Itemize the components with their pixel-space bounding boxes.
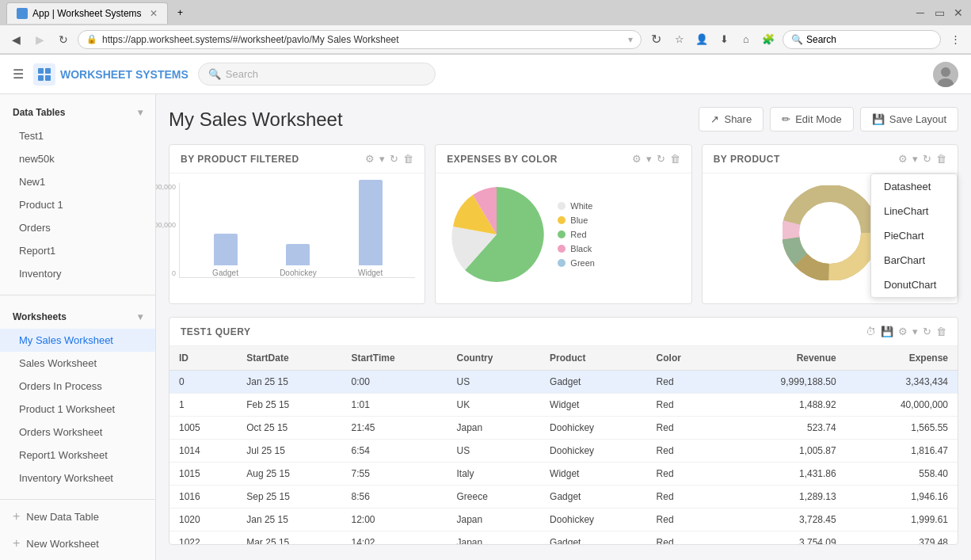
url-dropdown-icon[interactable]: ▾	[628, 34, 633, 45]
sidebar-item-new1[interactable]: New1	[0, 170, 155, 193]
sidebar-item-test1[interactable]: Test1	[0, 124, 155, 147]
back-button[interactable]: ◀	[6, 30, 25, 49]
dropdown-item-donutchart[interactable]: DonutChart	[871, 272, 957, 297]
reload-button[interactable]: ↻	[54, 30, 73, 49]
legend-dot-green	[558, 259, 565, 267]
chart1-header: BY PRODUCT FILTERED ⚙ ▾ ↻ 🗑	[169, 145, 425, 173]
table-row[interactable]: 1016Sep 25 158:56GreeceGadgetRed1,289.13…	[169, 486, 958, 509]
table-row[interactable]: 1015Aug 25 157:55ItalyWidgetRed1,431.865…	[169, 463, 958, 486]
chart1-delete-icon[interactable]: 🗑	[403, 153, 413, 165]
sidebar-item-orders[interactable]: Orders	[0, 216, 155, 239]
table-row[interactable]: 1014Jul 25 156:54USDoohickeyRed1,005.871…	[169, 440, 958, 463]
sidebar-item-product1[interactable]: Product 1	[0, 193, 155, 216]
menu-icon[interactable]: ⋮	[946, 30, 965, 49]
chart1-settings-icon[interactable]: ⚙	[365, 153, 375, 165]
new-worksheet-button[interactable]: + New Worksheet	[0, 530, 155, 557]
table-row[interactable]: 0Jan 25 150:00USGadgetRed9,999,188.503,3…	[169, 371, 958, 394]
dropdown-item-linechart[interactable]: LineChart	[871, 199, 957, 223]
col-starttime: StartTime	[341, 346, 447, 371]
chevron-down-icon: ▾	[138, 107, 143, 118]
sidebar-item-report1[interactable]: Report1	[0, 239, 155, 262]
sidebar-item-new50k[interactable]: new50k	[0, 147, 155, 170]
save-layout-button[interactable]: 💾 Save Layout	[860, 107, 958, 131]
legend-item-white: White	[558, 201, 595, 211]
sidebar-item-sales-worksheet[interactable]: Sales Worksheet	[0, 352, 155, 375]
tab-favicon	[17, 8, 28, 19]
edit-mode-button[interactable]: ✏ Edit Mode	[770, 107, 854, 131]
maximize-button[interactable]: ▭	[933, 6, 946, 19]
dropdown-item-datasheet[interactable]: Datasheet	[871, 174, 957, 199]
sidebar-item-inventory[interactable]: Inventory	[0, 262, 155, 285]
chart-card-by-product-filtered: BY PRODUCT FILTERED ⚙ ▾ ↻ 🗑 40,000,000	[169, 144, 425, 304]
bar-widget: Widget	[358, 180, 383, 277]
dropdown-item-barchart[interactable]: BarChart	[871, 248, 957, 272]
browser-search-bar[interactable]: 🔍 Search	[783, 30, 941, 49]
table-refresh-icon[interactable]: ↻	[923, 326, 931, 337]
dropdown-item-piechart[interactable]: PieChart	[871, 223, 957, 248]
minimize-button[interactable]: ─	[914, 6, 927, 19]
table-save-icon[interactable]: 💾	[881, 326, 893, 337]
sidebar-section-title-data-tables[interactable]: Data Tables ▾	[0, 101, 155, 124]
extension-icon[interactable]: 🧩	[759, 30, 778, 49]
chart3-refresh-icon[interactable]: ↻	[923, 153, 931, 165]
tab-close-icon[interactable]: ✕	[150, 8, 158, 19]
svg-rect-2	[45, 68, 51, 74]
sidebar-item-report1-worksheet[interactable]: Report1 Worksheet	[0, 444, 155, 467]
account-icon[interactable]: 👤	[692, 30, 711, 49]
table-settings-icon[interactable]: ⚙	[898, 326, 908, 337]
chart2-refresh-icon[interactable]: ↻	[657, 153, 665, 165]
share-button[interactable]: ↗ Share	[699, 107, 763, 131]
table-expand-icon[interactable]: ▾	[912, 326, 918, 337]
chart2-settings-icon[interactable]: ⚙	[632, 153, 642, 165]
refresh-button[interactable]: ↻	[646, 30, 665, 49]
svg-rect-4	[45, 75, 51, 81]
sidebar-section-title-worksheets[interactable]: Worksheets ▾	[0, 305, 155, 329]
table-delete-icon[interactable]: 🗑	[936, 326, 946, 337]
sidebar-item-product1-worksheet[interactable]: Product 1 Worksheet	[0, 398, 155, 421]
avatar[interactable]	[933, 62, 958, 87]
col-color: Color	[647, 346, 721, 371]
search-icon: 🔍	[791, 34, 803, 45]
col-expense: Expense	[846, 346, 958, 371]
table-row[interactable]: 1005Oct 25 1521:45JapanDoohickeyRed523.7…	[169, 417, 958, 440]
sidebar-section-data-tables: Data Tables ▾ Test1 new50k New1 Product …	[0, 94, 155, 291]
chart2-delete-icon[interactable]: 🗑	[670, 153, 680, 165]
table-scroll-container[interactable]: ID StartDate StartTime Country Product C…	[169, 346, 958, 544]
home-icon[interactable]: ⌂	[737, 30, 756, 49]
forward-button[interactable]: ▶	[30, 30, 49, 49]
svg-rect-0	[18, 10, 26, 17]
bar-doohickey: Doohickey	[280, 244, 317, 277]
import-data-button[interactable]: + Import Data	[0, 557, 155, 560]
chart3-expand-icon[interactable]: ▾	[912, 153, 918, 165]
table-clock-icon[interactable]: ⏱	[866, 326, 876, 337]
sidebar-item-my-sales-worksheet[interactable]: My Sales Worksheet	[0, 329, 155, 352]
sidebar-item-orders-worksheet[interactable]: Orders Worksheet	[0, 421, 155, 444]
new-tab-button[interactable]: +	[171, 3, 190, 22]
table-row[interactable]: 1022Mar 25 1514:02JapanGadgetRed3,754.09…	[169, 531, 958, 545]
browser-tab[interactable]: App | Worksheet Systems ✕	[6, 2, 168, 24]
edit-icon: ✏	[782, 113, 790, 125]
browser-toolbar-icons: ☆ 👤 ⬇ ⌂ 🧩	[670, 30, 778, 49]
sidebar-item-orders-in-process[interactable]: Orders In Process	[0, 375, 155, 398]
table-row[interactable]: 1020Jan 25 1512:00JapanDoohickeyRed3,728…	[169, 509, 958, 531]
bookmark-icon[interactable]: ☆	[670, 30, 689, 49]
address-bar: ◀ ▶ ↻ 🔒 https://app.worksheet.systems/#/…	[0, 25, 971, 54]
browser-search-text: Search	[806, 34, 836, 45]
sidebar-item-inventory-worksheet[interactable]: Inventory Worksheet	[0, 467, 155, 490]
chart2-title: EXPENSES BY COLOR	[447, 154, 558, 165]
svg-point-6	[941, 67, 950, 77]
url-bar[interactable]: 🔒 https://app.worksheet.systems/#/worksh…	[78, 30, 642, 49]
plus-icon: +	[13, 536, 20, 550]
download-icon[interactable]: ⬇	[714, 30, 733, 49]
chart1-refresh-icon[interactable]: ↻	[390, 153, 398, 165]
chart3-delete-icon[interactable]: 🗑	[936, 153, 946, 165]
chart2-icons: ⚙ ▾ ↻ 🗑	[632, 153, 680, 165]
chart2-expand-icon[interactable]: ▾	[646, 153, 652, 165]
table-row[interactable]: 1Feb 25 151:01UKWidgetRed1,488.9240,000,…	[169, 394, 958, 417]
chart1-expand-icon[interactable]: ▾	[379, 153, 385, 165]
app-search-bar[interactable]: 🔍 Search	[198, 63, 436, 86]
close-window-button[interactable]: ✕	[952, 6, 965, 19]
new-data-table-button[interactable]: + New Data Table	[0, 503, 155, 530]
chart3-settings-icon[interactable]: ⚙	[898, 153, 908, 165]
hamburger-menu-icon[interactable]: ☰	[13, 67, 24, 82]
